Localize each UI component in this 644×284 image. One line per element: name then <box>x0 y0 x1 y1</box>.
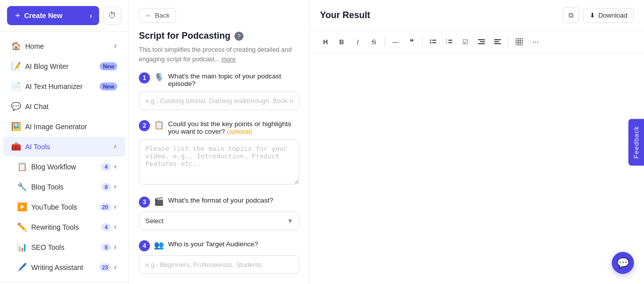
svg-rect-8 <box>478 39 485 40</box>
ai-tools-icon: 🧰 <box>11 142 21 151</box>
form-body: 1 🎙️ What's the main topic of your podca… <box>129 72 309 285</box>
horizontal-rule-button[interactable]: — <box>388 35 403 49</box>
sidebar-item-blog-tools[interactable]: 🔧 Blog Tools 8 ∨ <box>3 177 125 197</box>
indent-right-button[interactable] <box>490 35 505 49</box>
question-4-label: 4 👥 Who is your Target Audience? <box>139 240 299 251</box>
chevron-down-icon: ∨ <box>113 43 117 49</box>
bold-button[interactable]: B <box>334 35 349 49</box>
question-3-label: 3 🎬 What's the format of your podcast? <box>139 197 299 208</box>
heading-button[interactable]: H <box>318 35 333 49</box>
sidebar-item-writing-assistant[interactable]: 🖊️ Writing Assistant 23 ∨ <box>3 257 125 277</box>
chevron-down-icon: ∨ <box>113 163 117 170</box>
sidebar-item-ai-image-generator[interactable]: 🖼️ AI Image Generator <box>3 117 125 136</box>
question-2: 2 📋 Could you list the key points or hig… <box>139 120 299 186</box>
main-content: ← Back Script for Podcasting ? This tool… <box>129 0 644 284</box>
plus-icon: ＋ <box>14 11 21 20</box>
feedback-button[interactable]: Feedback <box>628 119 644 165</box>
target-audience-input[interactable] <box>139 255 299 274</box>
back-label: Back <box>155 12 170 19</box>
user-profile[interactable]: CP Chandra Prabha ∨ <box>0 281 128 284</box>
chevron-up-icon: ∧ <box>113 143 117 150</box>
history-button[interactable]: ⏱ <box>103 7 121 25</box>
question-text: Who is your Target Audience? <box>168 240 258 248</box>
more-link[interactable]: more <box>221 56 235 63</box>
form-panel: ← Back Script for Podcasting ? This tool… <box>129 0 310 284</box>
sidebar-item-label: AI Image Generator <box>25 123 87 131</box>
count-badge: 8 <box>101 243 111 251</box>
text-humanizer-icon: 📄 <box>11 81 21 91</box>
chevron-down-icon: ∨ <box>113 244 117 250</box>
topic-input[interactable] <box>139 91 299 110</box>
count-badge: 8 <box>101 183 111 191</box>
download-label: Download <box>598 12 627 19</box>
chevron-down-icon: ∨ <box>113 204 117 210</box>
quote-button[interactable]: ❝ <box>404 35 419 49</box>
new-badge: New <box>100 82 117 90</box>
result-header: Your Result ⧉ ⬇ Download <box>310 0 644 31</box>
info-icon[interactable]: ? <box>234 32 244 41</box>
copy-button[interactable]: ⧉ <box>563 7 579 23</box>
question-4: 4 👥 Who is your Target Audience? <box>139 240 299 274</box>
sidebar-item-ai-chat[interactable]: 💬 AI Chat <box>3 97 125 116</box>
key-points-textarea[interactable] <box>139 139 299 184</box>
sidebar-item-ai-text-humanizer[interactable]: 📄 AI Text Humanizer New <box>3 76 125 96</box>
sidebar-item-ai-tools[interactable]: 🧰 AI Tools ∧ <box>3 137 125 156</box>
sidebar-item-label: Writing Assistant <box>31 263 83 271</box>
svg-point-0 <box>430 40 432 41</box>
blog-writer-icon: 📝 <box>11 61 21 71</box>
history-icon: ⏱ <box>108 11 116 20</box>
svg-rect-12 <box>494 41 499 42</box>
ordered-list-button[interactable]: 1.2. <box>442 35 457 49</box>
create-new-label: Create New <box>24 12 62 20</box>
download-button[interactable]: ⬇ Download <box>583 8 634 23</box>
toolbar-divider <box>422 37 423 47</box>
svg-text:2.: 2. <box>446 41 448 44</box>
sidebar-item-label: Blog Workflow <box>31 163 76 171</box>
chat-bubble-button[interactable]: 💬 <box>612 252 634 274</box>
writing-assistant-icon: 🖊️ <box>17 262 27 272</box>
question-text: What's the main topic of your podcast ep… <box>168 72 299 87</box>
question-number: 2 <box>139 120 150 131</box>
sidebar: ＋ Create New › ⏱ 🏠 Home ∨ 📝 AI Blog Writ… <box>0 0 129 284</box>
result-panel: Your Result ⧉ ⬇ Download H B I S — ❝ <box>310 0 644 284</box>
count-badge: 23 <box>99 263 111 271</box>
sidebar-item-label: AI Blog Writer <box>25 62 68 70</box>
bullet-list-button[interactable] <box>426 35 441 49</box>
svg-rect-11 <box>494 39 501 40</box>
chevron-down-icon: ∨ <box>113 264 117 270</box>
sidebar-item-blog-workflow[interactable]: 📋 Blog Workflow 4 ∨ <box>3 157 125 176</box>
question-1-label: 1 🎙️ What's the main topic of your podca… <box>139 72 299 87</box>
strikethrough-button[interactable]: S <box>366 35 381 49</box>
svg-rect-3 <box>432 42 436 43</box>
italic-button[interactable]: I <box>350 35 365 49</box>
svg-point-2 <box>430 42 432 44</box>
arrow-right-icon: › <box>90 12 92 20</box>
svg-rect-14 <box>516 38 523 45</box>
editor-toolbar: H B I S — ❝ 1.2. ☑ ⋯ <box>310 31 644 53</box>
checklist-button[interactable]: ☑ <box>458 35 473 49</box>
sidebar-item-youtube-tools[interactable]: ▶️ YouTube Tools 20 ∨ <box>3 197 125 217</box>
question-emoji: 📋 <box>154 120 164 130</box>
form-description: This tool simplifies the process of crea… <box>139 45 299 64</box>
sidebar-item-seo-tools[interactable]: 📊 SEO Tools 8 ∨ <box>3 237 125 257</box>
create-new-button[interactable]: ＋ Create New › <box>7 6 99 25</box>
toolbar-divider <box>508 37 509 47</box>
result-body <box>310 53 644 284</box>
count-badge: 4 <box>101 223 111 231</box>
question-number: 3 <box>139 197 150 208</box>
result-actions: ⧉ ⬇ Download <box>563 7 634 23</box>
optional-tag: (optional) <box>227 128 252 135</box>
back-button[interactable]: ← Back <box>139 8 176 23</box>
sidebar-item-home[interactable]: 🏠 Home ∨ <box>3 36 125 56</box>
result-title: Your Result <box>320 10 370 21</box>
format-select[interactable]: Select Solo Interview Panel Discussion N… <box>139 212 299 230</box>
more-options-button[interactable]: ⋯ <box>528 35 543 49</box>
sidebar-item-ai-blog-writer[interactable]: 📝 AI Blog Writer New <box>3 56 125 76</box>
question-1: 1 🎙️ What's the main topic of your podca… <box>139 72 299 110</box>
question-text: What's the format of your podcast? <box>168 197 273 204</box>
form-title-row: Script for Podcasting ? <box>139 31 299 41</box>
form-title: Script for Podcasting <box>139 31 230 41</box>
table-button[interactable] <box>512 35 527 49</box>
sidebar-item-rewriting-tools[interactable]: ✏️ Rewriting Tools 4 ∨ <box>3 217 125 237</box>
indent-left-button[interactable] <box>474 35 489 49</box>
